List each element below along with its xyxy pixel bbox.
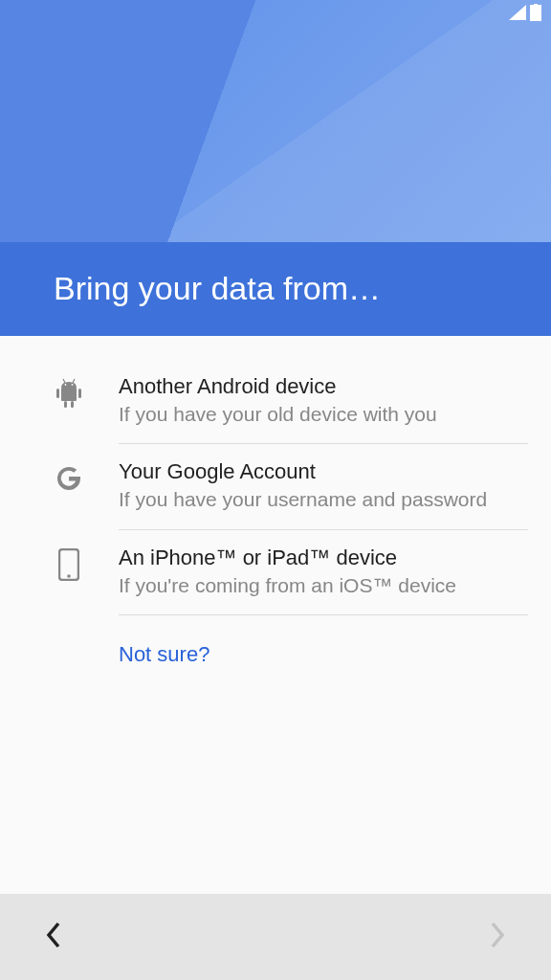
not-sure-link[interactable]: Not sure? xyxy=(119,642,209,666)
option-android-device[interactable]: Another Android device If you have your … xyxy=(0,359,551,443)
option-subtitle: If you're coming from an iOS™ device xyxy=(119,572,528,599)
back-button[interactable] xyxy=(46,922,61,952)
option-text: Another Android device If you have your … xyxy=(119,374,528,428)
option-title: An iPhone™ or iPad™ device xyxy=(119,546,528,570)
option-subtitle: If you have your old device with you xyxy=(119,401,528,428)
svg-point-9 xyxy=(65,384,67,386)
svg-line-8 xyxy=(73,379,75,383)
header-illustration xyxy=(0,0,551,242)
option-title: Your Google Account xyxy=(119,459,528,484)
option-text: Your Google Account If you have your use… xyxy=(119,459,528,513)
svg-point-12 xyxy=(67,574,71,578)
options-list: Another Android device If you have your … xyxy=(0,336,551,682)
phone-icon xyxy=(54,549,84,580)
option-title: Another Android device xyxy=(119,374,528,399)
signal-icon xyxy=(509,5,526,24)
svg-rect-4 xyxy=(78,389,81,398)
option-subtitle: If you have your username and password xyxy=(119,486,528,513)
google-icon xyxy=(54,463,84,494)
status-bar xyxy=(0,0,551,29)
not-sure-row: Not sure? xyxy=(0,615,551,682)
option-text: An iPhone™ or iPad™ device If you're com… xyxy=(119,546,528,599)
svg-rect-0 xyxy=(530,5,541,21)
option-google-account[interactable]: Your Google Account If you have your use… xyxy=(0,444,551,528)
nav-bar xyxy=(0,894,551,980)
forward-button xyxy=(490,922,505,952)
svg-rect-1 xyxy=(534,4,538,6)
header: Bring your data from… xyxy=(0,0,551,336)
android-icon xyxy=(54,378,84,409)
svg-rect-2 xyxy=(61,388,77,401)
battery-icon xyxy=(530,4,541,25)
svg-rect-6 xyxy=(71,401,74,408)
option-iphone-ipad[interactable]: An iPhone™ or iPad™ device If you're com… xyxy=(0,530,551,614)
svg-line-7 xyxy=(63,379,65,383)
page-title: Bring your data from… xyxy=(54,270,381,307)
svg-point-10 xyxy=(72,384,74,386)
svg-rect-5 xyxy=(64,401,67,408)
svg-rect-3 xyxy=(56,389,59,398)
